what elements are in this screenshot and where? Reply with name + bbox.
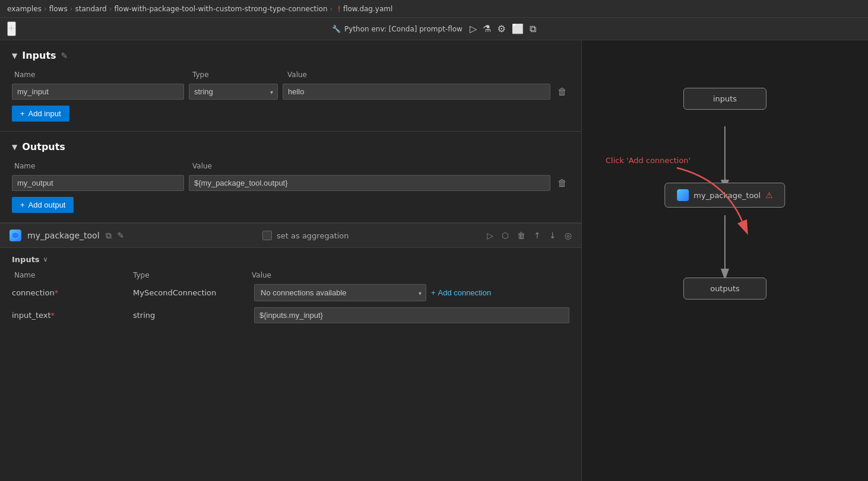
breadcrumb-examples[interactable]: examples [7,5,42,13]
plus-icon-output: + [20,200,25,209]
inputs-col-value-header: Value [287,71,567,79]
tool-settings-icon[interactable]: ◎ [565,231,572,240]
inputs-col-name-header: Name [14,71,192,79]
breadcrumb-filename: flow.dag.yaml [343,5,392,13]
inputs-type-select-wrap-0: string int float bool list dict ▾ [189,84,278,100]
annotation-arrow-svg [677,168,796,239]
add-button[interactable]: + [7,21,16,36]
tool-copy-icon[interactable]: ⧉ [106,231,112,241]
svg-marker-0 [12,232,19,239]
graph-outputs-node[interactable]: outputs [683,278,766,300]
tool-input-text-value[interactable] [254,307,569,323]
annotation-text: Click 'Add connection' [606,156,690,165]
outputs-col-name-header: Name [14,162,192,170]
inputs-row-0: string int float bool list dict ▾ 🗑 [12,84,569,100]
tool-delete-icon[interactable]: 🗑 [517,231,525,240]
inputs-chevron-icon[interactable]: ▼ [12,52,17,60]
inputs-type-select-0[interactable]: string int float bool list dict [189,84,278,100]
tool-edit-icon[interactable]: ✎ [118,231,125,240]
sep4: › [330,5,333,13]
tool-down-icon[interactable]: ↓ [549,231,556,240]
warning-icon: ! [337,4,341,14]
tool-up-icon[interactable]: ↑ [534,231,541,240]
aggregation-checkbox[interactable] [262,231,272,240]
connection-dropdown-wrap: No connections available ▾ + Add connect… [254,284,569,301]
right-panel: inputs my_package_tool ⚠ outputs Click '… [582,40,868,481]
outputs-value-field-0[interactable] [189,175,550,191]
graph-inputs-node[interactable]: inputs [683,88,766,110]
sep3: › [109,5,112,13]
inputs-value-field-0[interactable] [283,84,550,100]
graph-container: inputs my_package_tool ⚠ outputs Click '… [582,40,868,481]
run-icon[interactable]: ▷ [470,23,477,34]
outputs-col-headers: Name Value [12,162,569,170]
tool-col-headers: Name Type Value [12,271,569,279]
annotation: Click 'Add connection' [606,156,690,165]
breadcrumb-flows[interactable]: flows [49,5,68,13]
outputs-section-title: Outputs [22,141,65,152]
tool-batch-icon[interactable]: ⬡ [502,231,509,240]
tool-input-text-type: string [133,311,249,320]
settings-icon[interactable]: ⚙ [498,23,506,34]
inputs-col-type-header: Type [192,71,287,79]
add-input-label: Add input [28,109,61,118]
breadcrumb-flow-name[interactable]: flow-with-package-tool-with-custom-stron… [115,5,328,13]
toolbar: + 🔧 Python env: [Conda] prompt-flow ▷ ⚗ … [0,18,868,40]
tool-icon [9,230,21,241]
graph-outputs-label: outputs [710,284,740,293]
tool-header: my_package_tool ⧉ ✎ set as aggregation ▷… [0,223,581,248]
tool-actions: ▷ ⬡ 🗑 ↑ ↓ ◎ [487,231,572,240]
outputs-row-0: 🗑 [12,175,569,191]
inputs-name-field-0[interactable] [12,84,184,100]
tool-run-icon[interactable]: ▷ [487,231,493,240]
inputs-col-headers: Name Type Value [12,71,569,79]
tool-input-connection-type: MySecondConnection [133,288,249,297]
tool-name: my_package_tool [27,231,100,240]
python-env[interactable]: 🔧 Python env: [Conda] prompt-flow [332,25,462,33]
tool-col-name-header: Name [14,271,133,279]
toolbar-icons: ▷ ⚗ ⚙ ⬜ ⧉ [470,23,536,34]
tool-input-text-name: input_text* [12,311,128,320]
connection-select[interactable]: No connections available [254,284,426,301]
outputs-col-value-header: Value [192,162,567,170]
outputs-delete-button-0[interactable]: 🗑 [555,177,569,190]
tool-inputs-section: Inputs ∨ Name Type Value connection* MyS… [0,248,581,336]
breadcrumb-standard[interactable]: standard [75,5,107,13]
outputs-section-header: ▼ Outputs [12,141,569,152]
outputs-section: ▼ Outputs Name Value 🗑 + Add output [0,132,581,223]
sep2: › [70,5,73,13]
required-star-2: * [51,311,55,320]
tool-input-row-connection: connection* MySecondConnection No connec… [12,284,569,301]
inputs-edit-icon[interactable]: ✎ [61,51,68,60]
plus-icon: + [20,109,25,118]
inputs-section-header: ▼ Inputs ✎ [12,50,569,61]
left-panel: ▼ Inputs ✎ Name Type Value string int fl… [0,40,582,481]
inputs-delete-button-0[interactable]: 🗑 [555,85,569,98]
connection-select-wrap: No connections available ▾ [254,284,426,301]
export-icon[interactable]: ⬜ [512,23,524,34]
inputs-section: ▼ Inputs ✎ Name Type Value string int fl… [0,40,581,132]
aggregation-label: set as aggregation [277,231,349,240]
tool-col-value-header: Value [252,271,567,279]
tool-input-connection-name: connection* [12,288,128,297]
outputs-chevron-icon[interactable]: ▼ [12,143,17,151]
breadcrumb-bar: examples › flows › standard › flow-with-… [0,0,868,18]
tool-section: my_package_tool ⧉ ✎ set as aggregation ▷… [0,223,581,336]
main-layout: ▼ Inputs ✎ Name Type Value string int fl… [0,40,868,481]
wrench-icon: 🔧 [332,25,341,33]
add-connection-button[interactable]: + Add connection [431,288,491,297]
tool-inputs-label: Inputs [12,255,40,264]
layout-icon[interactable]: ⧉ [530,23,536,34]
graph-inputs-label: inputs [713,94,737,103]
tool-inputs-header: Inputs ∨ [12,255,569,264]
test-icon[interactable]: ⚗ [483,23,491,34]
outputs-name-field-0[interactable] [12,175,184,191]
add-output-button[interactable]: + Add output [12,197,74,213]
plus-icon-connection: + [431,288,436,297]
tool-input-row-text: input_text* string [12,307,569,323]
add-output-label: Add output [28,200,66,209]
add-input-button[interactable]: + Add input [12,106,69,122]
required-star: * [55,288,59,297]
add-connection-label: Add connection [438,288,492,297]
tool-inputs-chevron-icon[interactable]: ∨ [43,256,48,263]
